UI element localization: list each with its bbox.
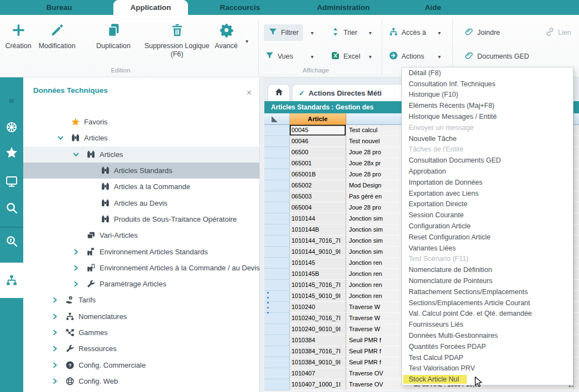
duplication-button[interactable]: Duplication bbox=[89, 19, 138, 74]
menu-item-importation-de-donnees[interactable]: Importation de Données bbox=[402, 177, 573, 188]
menu-item-variantes-liees[interactable]: Variantes Liées bbox=[402, 243, 573, 254]
search-icon[interactable] bbox=[0, 200, 23, 216]
menu-item-approbation[interactable]: Approbation bbox=[402, 166, 573, 177]
filtrer-button[interactable]: Filtrer bbox=[264, 24, 303, 41]
row-selector-cell[interactable] bbox=[264, 379, 290, 390]
row-selector-cell[interactable] bbox=[264, 191, 290, 202]
select-all-corner-cell[interactable] bbox=[264, 113, 290, 125]
article-code-cell[interactable]: 1010240 bbox=[290, 302, 346, 313]
menu-item-nomenclature-de-pointeurs[interactable]: Nomenclature de Pointeurs bbox=[402, 275, 573, 286]
avance-caret-icon[interactable]: ▾ bbox=[246, 38, 248, 44]
row-selector-cell[interactable] bbox=[264, 357, 290, 368]
menu-item-detail-f8[interactable]: Détail (F8) bbox=[402, 67, 573, 79]
actions-button[interactable]: Actions bbox=[389, 48, 424, 65]
lien-button[interactable]: Lien bbox=[545, 24, 571, 41]
tree-item-tarifs[interactable]: €Tarifs bbox=[23, 292, 259, 308]
home-tab[interactable] bbox=[268, 84, 290, 101]
chevron-right-icon[interactable] bbox=[71, 281, 85, 287]
menu-item-test-calcul-pdap[interactable]: Test Calcul PDAP bbox=[402, 352, 573, 363]
tree-item-parametrage-articles[interactable]: Paramétrage Articles bbox=[23, 276, 259, 292]
menubar-tab-aide[interactable]: Aide bbox=[418, 0, 448, 15]
menu-item-val-calcul-point-cde-et-qte-demandee[interactable]: Val. Calcul point Cde. et Qté. demandée bbox=[402, 309, 573, 320]
menu-item-fournisseurs-lies[interactable]: Fournisseurs Liés bbox=[402, 319, 573, 330]
article-code-cell[interactable]: 065001 bbox=[290, 158, 346, 169]
article-code-cell[interactable]: 1010144_9010_9I bbox=[290, 247, 346, 258]
documents-ged-button[interactable]: Documents GED bbox=[465, 48, 529, 65]
menu-item-quantites-forcees-pdap[interactable]: Quantités Forcées PDAP bbox=[402, 341, 573, 352]
menu-item-test-valorisation-prv[interactable]: Test Valorisation PRV bbox=[402, 363, 573, 374]
vues-button[interactable]: Vues bbox=[265, 48, 293, 65]
tree-item-favoris[interactable]: Favoris bbox=[23, 114, 259, 130]
article-code-cell[interactable]: 1010144_7016_7I bbox=[290, 236, 346, 247]
chevron-down-icon[interactable] bbox=[71, 151, 85, 158]
chevron-right-icon[interactable] bbox=[50, 330, 64, 336]
tree-item-ressources[interactable]: Ressources bbox=[23, 341, 259, 357]
menu-item-elements-recents-maj-f8[interactable]: Eléments Récents (Maj+F8) bbox=[402, 100, 573, 111]
panel-splitter-handle[interactable] bbox=[267, 292, 269, 315]
row-selector-cell[interactable] bbox=[264, 280, 290, 291]
chevron-right-icon[interactable] bbox=[50, 378, 64, 384]
chevron-right-icon[interactable] bbox=[50, 362, 64, 368]
excel-caret-icon[interactable]: ▾ bbox=[369, 48, 372, 65]
menu-item-session-courante[interactable]: Session Courante bbox=[402, 210, 573, 221]
collapse-icon[interactable]: « bbox=[0, 92, 23, 108]
trier-button[interactable]: Trier bbox=[331, 24, 357, 41]
tree-item-articles[interactable]: Articles bbox=[23, 147, 259, 163]
article-code-cell[interactable]: 1010145_9010_9I bbox=[290, 291, 346, 302]
menubar-tab-application[interactable]: Application bbox=[113, 0, 188, 17]
tree-item-vari-articles[interactable]: Vari-Articles bbox=[23, 227, 259, 243]
row-selector-cell[interactable] bbox=[264, 169, 290, 180]
tree-item-articles-au-devis[interactable]: Articles au Devis bbox=[23, 195, 259, 211]
menu-item-reset-configuration-article[interactable]: Reset Configuration Article bbox=[402, 232, 573, 243]
article-code-cell[interactable]: 00046 bbox=[290, 136, 346, 147]
menu-item-rattachement-sections-emplacements[interactable]: Rattachement Sections/Emplacements bbox=[402, 286, 573, 297]
close-icon[interactable]: × bbox=[247, 88, 252, 97]
row-selector-cell[interactable] bbox=[264, 335, 290, 346]
row-selector-cell[interactable] bbox=[264, 236, 290, 247]
tree-item-gammes[interactable]: Gammes bbox=[23, 325, 259, 341]
tree-item-environnement-articles-standards[interactable]: Environnement Articles Standards bbox=[23, 243, 259, 259]
chevron-right-icon[interactable] bbox=[50, 297, 64, 303]
article-code-cell[interactable]: 1010240_9010_9I bbox=[290, 324, 346, 335]
row-selector-cell[interactable] bbox=[264, 258, 290, 269]
modification-button[interactable]: Modification bbox=[34, 19, 80, 74]
monitor-icon[interactable] bbox=[0, 173, 23, 190]
menu-item-configuration-article[interactable]: Configuration Article bbox=[402, 221, 573, 232]
article-code-cell[interactable]: 1010384_9010_9I bbox=[290, 357, 346, 368]
article-code-cell[interactable]: 06500 bbox=[290, 147, 346, 158]
menu-item-exportation-directe[interactable]: Exportation Directe bbox=[402, 199, 573, 210]
creation-button[interactable]: Création bbox=[2, 19, 35, 74]
row-selector-cell[interactable] bbox=[264, 125, 290, 136]
menubar-tab-raccourcis[interactable]: Raccourcis bbox=[215, 0, 265, 15]
row-selector-cell[interactable] bbox=[264, 269, 290, 280]
article-code-cell[interactable]: 1010144 bbox=[290, 213, 346, 224]
article-code-cell[interactable]: 065002 bbox=[290, 180, 346, 191]
menu-item-historique-messages-entite[interactable]: Historique Messages / Entité bbox=[402, 111, 573, 122]
tree-item-articles-a-la-commande[interactable]: Articles à la Commande bbox=[23, 179, 259, 195]
active-document-tab[interactable]: ✓ Actions Directes Méti bbox=[292, 84, 417, 101]
tree-item-environnement-articles-a-la-commande-au-devis[interactable]: Environnement Articles à la Commande / a… bbox=[23, 260, 259, 276]
menu-item-stock-article-nul[interactable]: Stock Article Nul bbox=[402, 374, 573, 385]
article-code-cell[interactable]: 1010145B bbox=[290, 269, 346, 280]
acces-a-button[interactable]: Accès à bbox=[389, 24, 426, 41]
star-icon[interactable] bbox=[0, 144, 23, 161]
article-code-cell[interactable]: 1010240_7016_7I bbox=[290, 313, 346, 324]
actions-caret-icon[interactable]: ▾ bbox=[438, 48, 441, 65]
chevron-right-icon[interactable] bbox=[71, 249, 85, 255]
excel-button[interactable]: Excel bbox=[331, 48, 361, 65]
chevron-right-icon[interactable] bbox=[50, 346, 64, 352]
search-pin-icon[interactable] bbox=[0, 233, 23, 249]
vues-caret-icon[interactable]: ▾ bbox=[311, 48, 314, 65]
article-code-cell[interactable]: 065001B bbox=[290, 169, 346, 180]
article-code-cell[interactable]: 1010144B bbox=[290, 224, 346, 236]
menu-item-nouvelle-tache[interactable]: Nouvelle Tâche bbox=[402, 133, 573, 144]
suppression-button[interactable]: Suppression Logique (F6) bbox=[144, 19, 210, 74]
tree-item-articles-standards[interactable]: Articles Standards bbox=[23, 163, 259, 179]
row-selector-cell[interactable] bbox=[264, 136, 290, 147]
article-code-cell[interactable]: 065004 bbox=[290, 202, 346, 213]
tree-item-nomenclatures[interactable]: Nomenclatures bbox=[23, 309, 259, 325]
menu-item-exportation-avec-liens[interactable]: Exportation avec Liens bbox=[402, 188, 573, 199]
menubar-tab-bureau[interactable]: Bureau bbox=[37, 0, 81, 15]
menu-item-nomenclature-de-definition[interactable]: Nomenclature de Définition bbox=[402, 264, 573, 275]
row-selector-cell[interactable] bbox=[264, 180, 290, 191]
